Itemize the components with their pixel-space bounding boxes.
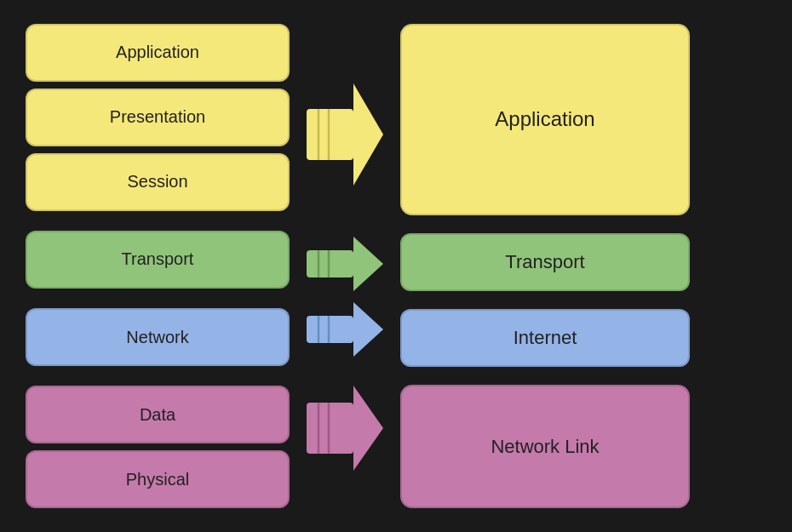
yellow-group: Application Presentation Session bbox=[26, 24, 290, 211]
arrow-pink bbox=[307, 365, 383, 491]
diagram: Application Presentation Session Transpo… bbox=[17, 15, 775, 518]
layer-session: Session bbox=[26, 153, 290, 211]
layer-presentation-label: Presentation bbox=[110, 107, 205, 127]
layer-physical-label: Physical bbox=[126, 470, 189, 489]
layer-presentation: Presentation bbox=[26, 89, 290, 146]
layer-physical: Physical bbox=[26, 450, 290, 508]
right-column: Application Transport Internet Network L… bbox=[400, 24, 690, 509]
layer-application-label: Application bbox=[116, 43, 199, 62]
svg-marker-11 bbox=[353, 302, 383, 357]
svg-rect-12 bbox=[307, 403, 353, 454]
right-layer-networklink-label: Network Link bbox=[491, 436, 599, 458]
arrow-yellow bbox=[307, 41, 383, 228]
layer-session-label: Session bbox=[127, 172, 187, 192]
middle-column bbox=[290, 24, 400, 509]
right-layer-networklink: Network Link bbox=[400, 385, 690, 508]
right-layer-internet-label: Internet bbox=[514, 327, 577, 349]
right-layer-application: Application bbox=[400, 24, 690, 215]
layer-transport-label: Transport bbox=[122, 249, 194, 269]
pink-group: Data Physical bbox=[26, 386, 290, 508]
layer-transport: Transport bbox=[26, 231, 290, 289]
right-layer-transport-label: Transport bbox=[505, 251, 584, 273]
layer-data-label: Data bbox=[140, 405, 175, 425]
right-layer-application-label: Application bbox=[495, 107, 594, 131]
layer-network-label: Network bbox=[126, 328, 188, 347]
arrow-blue bbox=[307, 300, 383, 358]
layer-data: Data bbox=[26, 386, 290, 443]
layer-network: Network bbox=[26, 308, 290, 366]
left-column: Application Presentation Session Transpo… bbox=[26, 24, 290, 509]
right-col-inner: Application Transport Internet Network L… bbox=[400, 24, 690, 509]
svg-marker-3 bbox=[353, 83, 383, 186]
svg-rect-4 bbox=[307, 250, 353, 277]
right-layer-internet: Internet bbox=[400, 309, 690, 367]
svg-rect-0 bbox=[307, 109, 353, 160]
svg-marker-15 bbox=[353, 386, 383, 471]
layer-application: Application bbox=[26, 24, 290, 82]
arrow-green bbox=[307, 235, 383, 293]
svg-marker-7 bbox=[353, 237, 383, 291]
right-layer-transport: Transport bbox=[400, 233, 690, 291]
svg-rect-8 bbox=[307, 316, 353, 343]
